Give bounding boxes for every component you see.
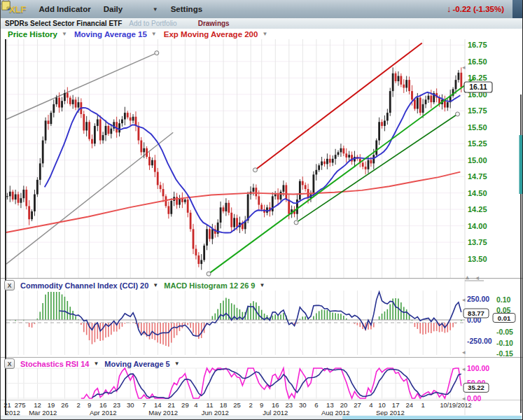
green-trendline-shallow[interactable] <box>296 114 457 223</box>
svg-text:13.75: 13.75 <box>468 238 487 246</box>
red-trendline[interactable] <box>255 43 421 170</box>
main-toolbar: XLF Add Indicator Daily ▼ Settings <box>1 0 523 19</box>
vertical-slider-thumb[interactable] <box>519 135 523 194</box>
indicator-legend-bar: Price History ▼ Moving Average 15 ▼ Exp … <box>1 29 523 39</box>
svg-text:16: 16 <box>99 401 107 409</box>
symbol-label[interactable]: XLF <box>9 4 27 15</box>
green-trendline-shallow-handle[interactable] <box>455 112 459 116</box>
svg-text:▴: ▴ <box>466 273 469 281</box>
svg-text:25: 25 <box>233 401 241 409</box>
svg-text:35.22: 35.22 <box>468 384 484 391</box>
ma15-label: Moving Average 15 <box>74 30 147 38</box>
green-trendline-shallow-handle[interactable] <box>294 220 298 225</box>
svg-text:7: 7 <box>142 401 146 409</box>
chart-canvas: 16.7516.5016.2516.0015.7515.5015.2515.00… <box>1 0 523 420</box>
svg-text:15.50: 15.50 <box>468 123 487 132</box>
legend-exp-moving-average-200[interactable]: Exp Moving Average 200 ▼ <box>164 30 268 38</box>
svg-text:Apr 2012: Apr 2012 <box>90 409 117 416</box>
svg-text:14.00: 14.00 <box>468 222 487 230</box>
stoch-rsi-label: Stochastics RSI 14 <box>20 360 89 368</box>
cci-zero-lines <box>6 320 465 323</box>
svg-text:Mar 2012: Mar 2012 <box>29 409 57 416</box>
svg-text:-0.10: -0.10 <box>496 339 513 347</box>
close-stoch-panel-button[interactable]: X <box>4 358 15 369</box>
svg-text:2012: 2012 <box>6 409 20 416</box>
svg-text:0.10: 0.10 <box>496 295 511 304</box>
svg-text:2: 2 <box>249 401 252 409</box>
panel-resize-handle[interactable]: ▴◂ <box>465 273 484 281</box>
svg-text:Jul 2012: Jul 2012 <box>263 409 288 416</box>
current-price-tag: 16.11 <box>464 82 492 92</box>
svg-text:-250.00: -250.00 <box>467 337 492 345</box>
svg-text:29: 29 <box>181 401 189 409</box>
drawings-menu[interactable]: Drawings <box>198 20 230 27</box>
price-history-label: Price History <box>8 30 57 38</box>
macd-label: MACD Histogram 12 26 9 <box>164 281 255 290</box>
add-to-portfolio-link[interactable]: Add to Portfolio <box>129 20 176 27</box>
svg-text:16.50: 16.50 <box>468 57 487 66</box>
macd-histogram <box>10 292 461 346</box>
chevron-down-icon: ▼ <box>174 360 180 367</box>
chevron-down-icon: ▼ <box>260 282 265 288</box>
svg-text:◂: ◂ <box>475 274 479 281</box>
chevron-down-icon: ▼ <box>151 31 157 37</box>
svg-text:16: 16 <box>272 401 279 409</box>
svg-text:23: 23 <box>286 401 293 409</box>
svg-text:83.77: 83.77 <box>468 309 484 317</box>
svg-text:13.50: 13.50 <box>468 255 487 263</box>
gray-channel-upper-handle[interactable] <box>155 51 159 55</box>
svg-text:May 2012: May 2012 <box>148 409 178 416</box>
svg-text:6: 6 <box>314 401 318 409</box>
svg-text:12: 12 <box>34 401 41 409</box>
svg-text:Jun 2012: Jun 2012 <box>202 409 229 416</box>
svg-text:17: 17 <box>392 401 400 409</box>
cci-panel-header: X Commodity Channel Index (CCI) 20 ▼ MAC… <box>1 280 463 290</box>
svg-text:15.25: 15.25 <box>468 139 487 148</box>
interval-select[interactable]: Daily ▼ <box>104 5 158 13</box>
svg-text:0.01: 0.01 <box>498 314 511 322</box>
red-trendline-handle[interactable] <box>253 168 257 172</box>
svg-text:9: 9 <box>88 401 91 409</box>
svg-text:16.11: 16.11 <box>469 83 487 91</box>
down-arrow-icon: ↓ <box>447 4 452 14</box>
note-icon[interactable] <box>1 0 11 10</box>
candlestick-series <box>6 67 462 270</box>
interval-value: Daily <box>104 5 123 13</box>
add-indicator-button[interactable]: Add Indicator <box>39 5 91 13</box>
svg-text:◂: ◂ <box>462 64 466 71</box>
svg-text:250.00: 250.00 <box>467 295 489 303</box>
settings-button[interactable]: Settings <box>171 5 202 13</box>
svg-text:100.00: 100.00 <box>467 364 489 372</box>
vertical-zoom-slider[interactable] <box>519 94 523 413</box>
svg-text:9: 9 <box>260 401 263 409</box>
macd-indicator-menu[interactable]: MACD Histogram 12 26 9 ▼ <box>164 281 265 290</box>
green-trendline-steep-handle[interactable] <box>207 272 211 276</box>
svg-text:24: 24 <box>405 401 413 409</box>
svg-text:30: 30 <box>299 401 307 409</box>
quote-change: ↓ -0.22 (-1.35%) <box>447 4 504 14</box>
close-cci-panel-button[interactable]: X <box>4 280 15 290</box>
svg-text:26: 26 <box>61 401 69 409</box>
cci-indicator-menu[interactable]: Commodity Channel Index (CCI) 20 ▼ <box>20 281 158 290</box>
svg-text:11: 11 <box>207 401 214 409</box>
charting-app-window: 16.7516.5016.2516.0015.7515.5015.2515.00… <box>0 0 523 420</box>
svg-text:2: 2 <box>76 401 80 409</box>
svg-text:16.25: 16.25 <box>468 74 487 82</box>
cci-current-tag: 83.77 <box>463 309 489 318</box>
date-axis: 2127512192629162330714212941118252916233… <box>4 401 471 416</box>
chevron-down-icon: ▼ <box>153 6 158 13</box>
svg-text:27: 27 <box>15 401 22 409</box>
stoch-ma-label: Moving Average 5 <box>104 360 169 368</box>
horizontal-scrollbar[interactable] <box>1 416 523 419</box>
horizontal-scrollbar-thumb[interactable] <box>342 416 522 419</box>
symbol-full-name: SPDRs Select Sector Financial ETF <box>5 20 122 27</box>
stoch-ma-menu[interactable]: Moving Average 5 ▼ <box>104 360 179 368</box>
legend-moving-average-15[interactable]: Moving Average 15 ▼ <box>74 30 157 38</box>
svg-text:15.75: 15.75 <box>468 106 487 115</box>
macd-current-tag: 0.01 <box>493 314 515 323</box>
stoch-indicator-menu[interactable]: Stochastics RSI 14 ▼ <box>20 360 99 368</box>
svg-text:14.25: 14.25 <box>468 205 487 214</box>
legend-price-history[interactable]: Price History ▼ <box>8 30 67 38</box>
svg-text:20: 20 <box>340 401 348 409</box>
svg-text:18: 18 <box>220 401 228 409</box>
